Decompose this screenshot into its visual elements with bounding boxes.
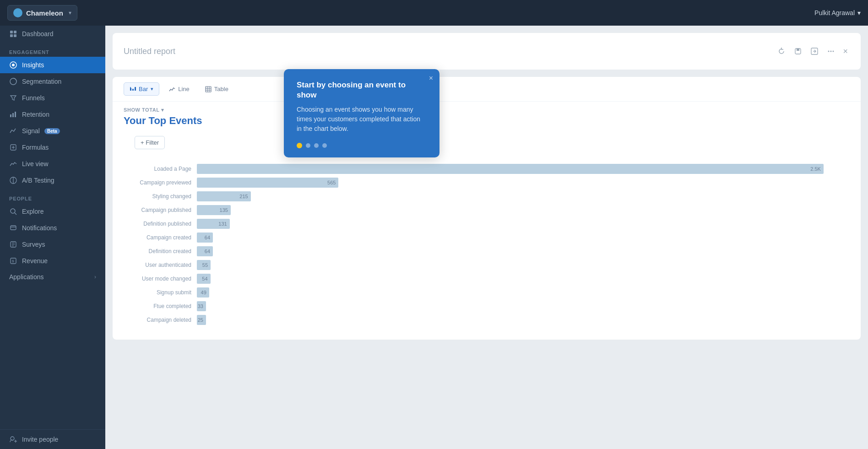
bar-row[interactable]: Definition published131: [124, 219, 850, 229]
sidebar-revenue-label: Revenue: [22, 257, 48, 265]
svg-rect-38: [135, 87, 136, 91]
tooltip-dot-1[interactable]: [297, 143, 302, 148]
bar-value-label: 565: [327, 180, 336, 185]
sidebar-item-notifications[interactable]: Notifications: [0, 220, 105, 236]
bar-row[interactable]: Signup submit49: [124, 287, 850, 298]
bar-fill: 215: [197, 191, 251, 201]
applications-chevron-icon: ›: [94, 274, 96, 280]
sidebar-item-insights[interactable]: Insights: [0, 57, 105, 73]
report-title[interactable]: Untitled report: [124, 47, 175, 56]
applications-label: Applications: [9, 273, 44, 281]
bar-row[interactable]: User mode changed54: [124, 274, 850, 284]
svg-point-32: [828, 50, 830, 52]
bar-row[interactable]: Ftue completed33: [124, 301, 850, 311]
bar-row[interactable]: Styling changed215: [124, 191, 850, 201]
tooltip-dot-4[interactable]: [322, 143, 327, 148]
tab-line-label: Line: [178, 86, 190, 92]
sidebar-item-applications[interactable]: Applications ›: [0, 269, 105, 285]
bar-row[interactable]: Campaign deleted25: [124, 315, 850, 325]
filter-area: + Filter: [113, 136, 861, 158]
report-close-button[interactable]: ×: [841, 45, 850, 58]
main-layout: Dashboard ENGAGEMENT Insights: [0, 26, 868, 449]
tooltip-dot-3[interactable]: [314, 143, 319, 148]
bar-label: Signup submit: [124, 289, 197, 296]
invite-people-icon: [9, 435, 17, 444]
bar-fill: 135: [197, 205, 231, 215]
svg-rect-2: [10, 34, 13, 37]
bar-row[interactable]: Loaded a Page2.5K: [124, 164, 850, 174]
bar-row[interactable]: Campaign previewed565: [124, 178, 850, 188]
show-total-control[interactable]: SHOW TOTAL ▾: [124, 107, 164, 113]
bar-value-label: 49: [201, 290, 206, 295]
sidebar-item-signal[interactable]: Signal Beta: [0, 123, 105, 139]
share-button[interactable]: [808, 45, 821, 58]
svg-rect-36: [130, 88, 131, 91]
invite-people-label: Invite people: [22, 436, 58, 443]
dashboard-icon: [9, 30, 17, 38]
app-name: Chameleon: [26, 9, 63, 17]
bar-fill: 55: [197, 260, 211, 270]
svg-rect-17: [11, 226, 16, 230]
your-top-events-label: Your Top Events: [113, 113, 861, 130]
svg-rect-9: [15, 112, 16, 117]
top-nav: Chameleon ▾ Pulkit Agrawal ▾: [0, 0, 868, 26]
chart-toolbar: Bar ▾ Line T: [113, 77, 861, 102]
app-logo[interactable]: Chameleon ▾: [7, 5, 77, 21]
sidebar-notifications-label: Notifications: [22, 224, 57, 232]
tab-line[interactable]: Line: [163, 82, 195, 96]
report-header-card: Untitled report: [113, 33, 861, 70]
filter-button[interactable]: + Filter: [135, 136, 165, 149]
bar-row[interactable]: Campaign created64: [124, 233, 850, 243]
tooltip-close-button[interactable]: ×: [429, 75, 433, 82]
bar-value-label: 135: [220, 207, 228, 213]
retention-icon: [9, 110, 17, 119]
sidebar-item-formulas[interactable]: Formulas: [0, 139, 105, 156]
sidebar-item-funnels[interactable]: Funnels: [0, 90, 105, 106]
notifications-icon: [9, 224, 17, 232]
sidebar-item-ab-testing[interactable]: A/B Testing: [0, 172, 105, 189]
live-view-icon: [9, 160, 17, 168]
bar-fill: 64: [197, 233, 213, 243]
invite-people-button[interactable]: Invite people: [9, 435, 96, 444]
bar-row[interactable]: User authenticated55: [124, 260, 850, 270]
sidebar-item-live-view[interactable]: Live view: [0, 156, 105, 172]
more-options-button[interactable]: [825, 45, 837, 58]
sidebar-bottom: Invite people: [0, 429, 105, 449]
user-info[interactable]: Pulkit Agrawal ▾: [814, 9, 861, 16]
tab-table-label: Table: [214, 86, 228, 92]
sidebar-item-retention[interactable]: Retention: [0, 106, 105, 123]
svg-rect-1: [14, 31, 16, 33]
sidebar-item-surveys[interactable]: Surveys: [0, 236, 105, 253]
sidebar-item-revenue[interactable]: $ Revenue: [0, 253, 105, 269]
sidebar-insights-label: Insights: [22, 61, 44, 69]
sidebar: Dashboard ENGAGEMENT Insights: [0, 26, 105, 449]
tab-table[interactable]: Table: [199, 82, 234, 96]
bar-fill: 131: [197, 219, 230, 229]
chart-card: Bar ▾ Line T: [113, 77, 861, 340]
report-area-left: Untitled report: [124, 47, 175, 56]
tooltip-dot-2[interactable]: [306, 143, 310, 148]
bar-value-label: 2.5K: [810, 166, 821, 172]
sidebar-item-dashboard[interactable]: Dashboard: [0, 26, 105, 42]
sidebar-item-segmentation[interactable]: Segmentation: [0, 73, 105, 90]
bar-row[interactable]: Campaign published135: [124, 205, 850, 215]
line-tab-icon: [169, 86, 175, 92]
sidebar-retention-label: Retention: [22, 111, 49, 118]
bar-label: Loaded a Page: [124, 166, 197, 172]
refresh-button[interactable]: [775, 45, 788, 58]
filter-button-label: + Filter: [141, 139, 159, 146]
sidebar-dashboard-label: Dashboard: [22, 30, 54, 38]
sidebar-item-explore[interactable]: Explore: [0, 203, 105, 220]
bar-container: 215: [197, 191, 850, 201]
save-button[interactable]: [792, 45, 804, 58]
bar-label: Campaign deleted: [124, 317, 197, 323]
bar-container: 55: [197, 260, 850, 270]
bar-row[interactable]: Definition created64: [124, 246, 850, 256]
bar-value-label: 33: [198, 303, 203, 309]
svg-line-16: [15, 213, 16, 215]
bar-label: Campaign created: [124, 234, 197, 241]
bar-container: 131: [197, 219, 850, 229]
bar-container: 565: [197, 178, 850, 188]
report-header: Untitled report: [113, 33, 861, 70]
tab-bar[interactable]: Bar ▾: [124, 82, 159, 96]
